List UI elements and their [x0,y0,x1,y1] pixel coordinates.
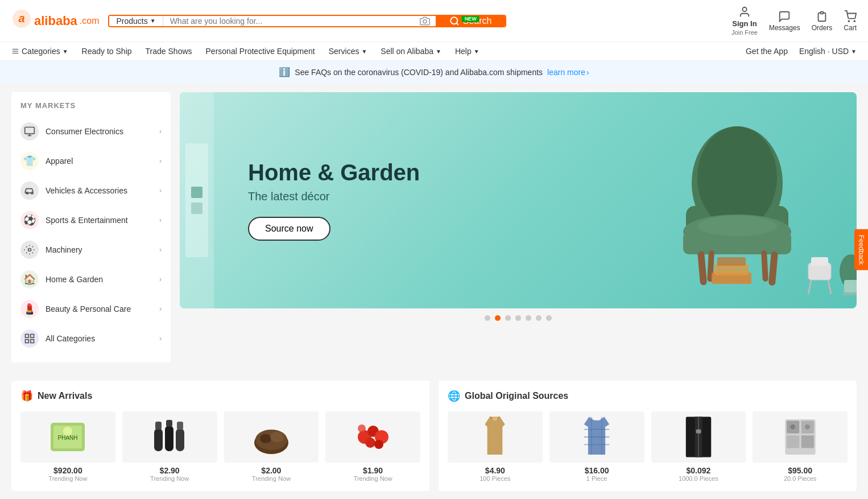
product-label-p3: Trending Now [224,475,319,482]
hero-btn-label: Source now [265,224,313,233]
sidebar-item-sports-label: Sports & Entertainment [46,216,128,225]
hero-left-panel [180,92,214,308]
svg-point-57 [365,438,375,448]
svg-point-3 [450,17,457,24]
svg-rect-11 [25,127,35,134]
sidebar-item-consumer-electronics[interactable]: Consumer Electronics › [11,117,171,146]
sidebar-item-all-categories[interactable]: All Categories › [11,324,171,353]
navbar-help[interactable]: Help ▼ [455,47,480,56]
product-image-p2 [122,411,217,463]
language-selector[interactable]: English · USD ▼ [799,47,857,56]
navbar-categories[interactable]: Categories ▼ [11,47,68,56]
global-product-price-g2: $16.00 [549,466,644,475]
navbar-trade-shows-label: Trade Shows [146,47,192,56]
global-product-image-g2 [549,411,644,463]
product-item-p1[interactable]: PHÁNH $920.00 Trending Now [20,411,115,482]
navbar-sell[interactable]: Sell on Alibaba ▼ [381,47,441,56]
svg-rect-39 [717,257,746,266]
navbar-services[interactable]: Services ▼ [329,47,367,56]
hero-source-now-button[interactable]: Source now [248,217,330,241]
global-product-sublabel-g2: 1 Piece [549,475,644,482]
sidebar-item-home-garden[interactable]: 🏠 Home & Garden › [11,265,171,294]
joinfree-label: Join Free [731,29,758,36]
hero-dot-6[interactable] [536,315,542,321]
home-garden-icon: 🏠 [20,270,39,288]
svg-point-76 [805,424,810,430]
search-category-dropdown[interactable]: Products ▼ [109,16,163,26]
search-input[interactable] [163,16,414,26]
hero-decor-boxes [709,255,754,297]
svg-rect-47 [155,422,162,430]
products-section: 🎁 New Arrivals PHÁNH $920.00 [0,372,868,499]
orders-label: Orders [812,24,833,32]
sidebar-item-beauty-personal-care[interactable]: 💄 Beauty & Personal Care › [11,294,171,324]
global-product-item-g3[interactable]: $0.092 1000.0 Pieces [651,411,746,482]
search-button[interactable]: NEW Search [436,16,506,26]
hero-dot-3[interactable] [505,315,511,321]
svg-rect-18 [31,340,34,343]
sidebar-title: MY MARKETS [11,101,171,117]
product-image-p1: PHÁNH [20,411,115,463]
svg-line-32 [808,280,811,294]
hero-dot-1[interactable] [485,315,490,321]
global-product-sublabel-g4: 20.0 Pieces [753,475,848,482]
new-arrivals-header: 🎁 New Arrivals [20,390,420,402]
machinery-icon [20,241,39,259]
svg-point-14 [28,249,31,251]
hero-dot-7[interactable] [546,315,552,321]
vehicles-icon [20,182,39,200]
hero-banner: Home & Garden The latest décor Source no… [180,92,857,308]
global-product-price-g3: $0.092 [651,466,746,475]
camera-icon[interactable] [414,16,436,26]
logo-domain: .com [80,16,100,26]
product-item-p4[interactable]: $1.90 Trending Now [325,411,420,482]
logo[interactable]: a alibaba .com [11,9,99,33]
hero-text: Home & Garden The latest décor Source no… [248,160,420,241]
navbar-ppe[interactable]: Personal Protective Equipment [206,47,315,56]
sidebar-item-vehicles-label: Vehicles & Accessories [46,186,127,195]
hero-area: Home & Garden The latest décor Source no… [180,92,857,362]
get-app-link[interactable]: Get the App [746,47,788,56]
svg-point-52 [260,434,271,443]
navbar-trade-shows[interactable]: Trade Shows [146,47,192,56]
new-arrivals-icon: 🎁 [20,390,33,402]
global-product-image-g1 [448,411,543,463]
svg-point-2 [423,19,427,23]
navbar-ready-to-ship[interactable]: Ready to Ship [82,47,132,56]
search-btn-new-badge: NEW [462,15,480,22]
chevron-right-icon: › [159,187,162,195]
hero-dot-4[interactable] [515,315,521,321]
covid-link-label: learn more [547,68,585,77]
product-image-p4 [325,411,420,463]
chevron-down-icon: ▼ [361,48,367,55]
svg-rect-44 [154,428,163,451]
hero-dot-5[interactable] [526,315,531,321]
sidebar: MY MARKETS Consumer Electronics › 👕 Appa… [11,92,171,362]
chevron-down-icon: ▼ [63,48,68,55]
feedback-button[interactable]: Feedback [854,229,868,270]
global-sources-products: $4.90 100 Pieces [448,411,848,482]
hero-dot-2[interactable] [495,315,501,321]
global-product-item-g1[interactable]: $4.90 100 Pieces [448,411,543,482]
sidebar-item-vehicles-accessories[interactable]: Vehicles & Accessories › [11,176,171,205]
product-item-p3[interactable]: $2.00 Trending Now [224,411,319,482]
global-product-item-g2[interactable]: $16.00 1 Piece [549,411,644,482]
global-product-item-g4[interactable]: $95.00 20.0 Pieces [753,411,848,482]
sidebar-item-all-categories-label: All Categories [46,334,95,343]
sidebar-item-sports-entertainment[interactable]: ⚽ Sports & Entertainment › [11,205,171,235]
orders-action[interactable]: Orders [812,10,833,32]
sidebar-item-home-garden-label: Home & Garden [46,275,103,284]
sidebar-item-machinery[interactable]: Machinery › [11,235,171,265]
product-item-p2[interactable]: $2.90 Trending Now [122,411,217,482]
cart-action[interactable]: Cart [844,10,857,32]
sidebar-item-apparel[interactable]: 👕 Apparel › [11,146,171,176]
search-bar: Products ▼ NEW Search [108,15,506,27]
product-label-p2: Trending Now [122,475,217,482]
product-label-p4: Trending Now [325,475,420,482]
product-price-p4: $1.90 [325,466,420,475]
messages-action[interactable]: Messages [769,10,800,32]
svg-rect-28 [761,250,768,282]
new-arrivals-title: New Arrivals [38,391,92,401]
signin-action[interactable]: Sign In Join Free [731,6,758,36]
covid-learn-more-link[interactable]: learn more › [547,68,589,77]
